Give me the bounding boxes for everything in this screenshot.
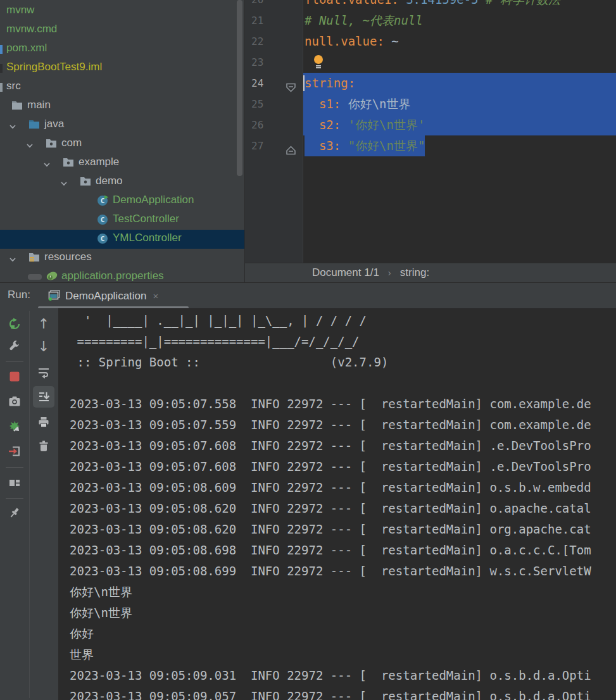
class-icon: C: [97, 214, 108, 225]
line-number: 24: [251, 73, 263, 94]
line-number: 25: [251, 94, 263, 115]
breadcrumb-document[interactable]: Document 1/1: [312, 266, 379, 278]
token: ~: [384, 34, 399, 48]
class-run-icon: C: [97, 195, 108, 206]
down-arrow-icon: ↓: [38, 340, 49, 354]
tree-vertical-scrollbar[interactable]: [237, 0, 242, 176]
line-number: 20: [251, 0, 263, 10]
token: '你好\n世界': [341, 118, 425, 132]
gutter-line-27: 27: [245, 135, 303, 156]
code-line-22: null.value: ~: [303, 31, 616, 52]
pin-tab-button[interactable]: [4, 503, 25, 524]
scroll-to-end-button[interactable]: [33, 386, 54, 408]
tree-item-mvnw[interactable]: mvnw: [0, 2, 244, 21]
tree-item-demo[interactable]: demo: [0, 173, 244, 192]
chevron-down-icon[interactable]: [9, 254, 16, 262]
src-folder-icon: [28, 119, 40, 130]
rerun-button[interactable]: [4, 313, 25, 335]
tree-item-ymlcontroller[interactable]: CYMLController: [0, 230, 244, 249]
tree-item-resources[interactable]: resources: [0, 249, 244, 268]
token: [305, 97, 319, 111]
token: # 科学计数法: [486, 0, 560, 6]
scroll-down-button[interactable]: ↓: [33, 336, 54, 358]
code-line-23: [303, 52, 616, 73]
gutter-line-26: 26: [245, 115, 303, 135]
camera-icon: [8, 395, 21, 408]
tree-item-src[interactable]: src: [0, 78, 244, 97]
tree-horizontal-scrollbar[interactable]: [28, 274, 42, 280]
code-line-25: s1: 你好\n世界: [303, 94, 616, 115]
token: [399, 0, 406, 6]
token: # Null, ~代表null: [305, 13, 423, 27]
svg-text:C: C: [101, 235, 105, 243]
code-line-20: float.value1: 3.14159e-5 # 科学计数法: [303, 0, 616, 10]
console-log-line: 2023-03-13 09:05:09.057 INFO 22972 --- […: [70, 686, 616, 700]
line-number: 22: [251, 31, 263, 52]
tree-item-label: application.properties: [61, 270, 164, 282]
console-log-line: 2023-03-13 09:05:08.698 INFO 22972 --- […: [70, 540, 616, 561]
update-application-icon: [8, 420, 21, 433]
clear-console-button[interactable]: [33, 435, 54, 457]
tree-item-springboottest9-iml[interactable]: SpringBootTest9.iml: [0, 59, 244, 78]
chevron-down-icon[interactable]: [43, 159, 51, 167]
project-tree-panel: mvnwmvnw.cmdpom.xmlSpringBootTest9.imlsr…: [0, 0, 244, 282]
token: float.value1:: [305, 0, 399, 6]
token: s2:: [319, 118, 341, 132]
token: 3.14159e-5: [406, 0, 478, 6]
token: string:: [305, 76, 355, 90]
scroll-to-end-icon: [37, 391, 50, 403]
print-button[interactable]: [33, 411, 54, 433]
toolbar-divider: [29, 311, 30, 698]
run-console-icon: [48, 290, 60, 303]
editor-code-area[interactable]: float.value1: 3.14159e-5 # 科学计数法# Null, …: [303, 0, 616, 263]
chevron-down-icon[interactable]: [9, 122, 16, 129]
code-line-24: string:: [303, 73, 616, 94]
token: s1:: [319, 97, 341, 111]
code-line-21: # Null, ~代表null: [303, 10, 616, 31]
tree-item-main[interactable]: main: [0, 97, 244, 116]
tree-item-testcontroller[interactable]: CTestController: [0, 211, 244, 230]
fold-marker-icon[interactable]: [286, 141, 296, 162]
folder-icon: [11, 100, 23, 111]
close-icon[interactable]: ×: [153, 291, 159, 301]
tree-item-label: DemoApplication: [113, 194, 194, 206]
chevron-down-icon[interactable]: [26, 141, 34, 148]
tree-item-label: example: [79, 156, 119, 168]
gutter-line-21: 21: [245, 10, 303, 31]
edit-configuration-button[interactable]: [4, 335, 25, 357]
console-log-line: 2023-03-13 09:05:08.620 INFO 22972 --- […: [70, 519, 616, 540]
thread-dump-button[interactable]: [4, 391, 25, 412]
svg-text:C: C: [101, 197, 105, 205]
tree-item-mvnw-cmd[interactable]: mvnw.cmd: [0, 21, 244, 40]
tree-item-example[interactable]: example: [0, 154, 244, 173]
gutter-line-22: 22: [245, 31, 303, 52]
toolbar-separator: [6, 467, 23, 468]
tree-item-label: mvnw: [6, 4, 34, 16]
run-label: Run:: [8, 289, 30, 301]
rerun-icon: [8, 318, 21, 330]
soft-wrap-button[interactable]: [33, 361, 54, 383]
tree-item-pom-xml[interactable]: pom.xml: [0, 40, 244, 59]
tree-item-java[interactable]: java: [0, 116, 244, 135]
scroll-up-button[interactable]: ↑: [33, 313, 54, 335]
tree-item-label: src: [6, 80, 21, 92]
stop-button[interactable]: [4, 366, 25, 387]
intention-bulb-icon[interactable]: [313, 55, 324, 70]
chevron-down-icon[interactable]: [60, 178, 68, 186]
tree-item-com[interactable]: com: [0, 135, 244, 154]
layout-settings-button[interactable]: [4, 472, 25, 494]
wrench-icon: [8, 340, 21, 353]
console-log-line: 2023-03-13 09:05:07.608 INFO 22972 --- […: [70, 456, 616, 477]
console-program-output-line: 你好\n世界: [70, 582, 616, 603]
exit-button[interactable]: [4, 441, 25, 462]
update-application-button[interactable]: [4, 416, 25, 437]
token: [305, 139, 319, 153]
tree-item-demoapplication[interactable]: CDemoApplication: [0, 192, 244, 211]
run-tab-label: DemoApplication: [65, 290, 147, 302]
breadcrumb-node[interactable]: string:: [400, 266, 429, 278]
console-log-line: :: Spring Boot :: (v2.7.9): [70, 352, 616, 373]
tree-item-label: mvnw.cmd: [6, 23, 57, 35]
run-tab-demoapplication[interactable]: DemoApplication×: [38, 283, 165, 308]
clipped-file-icon: [0, 45, 3, 54]
console-output[interactable]: ' |____| .__|_| |_|_| |_\__, | / / / / =…: [58, 308, 616, 700]
